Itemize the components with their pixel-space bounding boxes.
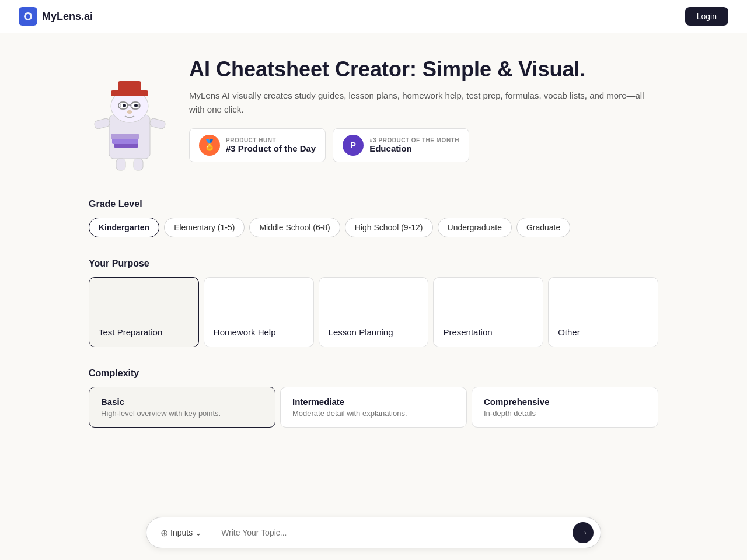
complexity-basic-title: Basic [101, 397, 263, 407]
grade-chip-kindergarten[interactable]: Kindergarten [89, 218, 159, 237]
grade-chip-middle[interactable]: Middle School (6-8) [249, 218, 340, 237]
purpose-homework-label: Homework Help [214, 327, 276, 337]
product-month-icon: P [343, 135, 364, 156]
hero-content: AI Cheatsheet Creator: Simple & Visual. … [189, 57, 658, 162]
inputs-label: Inputs [170, 528, 193, 537]
svg-point-9 [134, 104, 138, 107]
grade-level-chips: Kindergarten Elementary (1-5) Middle Sch… [89, 218, 658, 237]
main-content: Grade Level Kindergarten Elementary (1-5… [70, 199, 677, 428]
login-button[interactable]: Login [685, 7, 728, 26]
brand-link[interactable]: MyLens.ai [19, 7, 93, 26]
badge-product-month: P #3 PRODUCT OF THE MONTH Education [333, 128, 469, 162]
input-divider [214, 527, 214, 538]
svg-rect-18 [111, 134, 139, 139]
purpose-other-label: Other [558, 327, 580, 337]
complexity-card-comprehensive[interactable]: Comprehensive In-depth details [472, 387, 658, 428]
grade-chip-undergraduate[interactable]: Undergraduate [438, 218, 512, 237]
complexity-comprehensive-title: Comprehensive [484, 397, 646, 407]
grade-chip-high[interactable]: High School (9-12) [345, 218, 433, 237]
badges-row: 🏅 PRODUCT HUNT #3 Product of the Day P #… [189, 128, 658, 162]
complexity-comprehensive-desc: In-depth details [484, 409, 646, 418]
badge-hunt-main: #3 Product of the Day [226, 144, 316, 153]
svg-rect-20 [134, 159, 143, 170]
complexity-intermediate-desc: Moderate detail with explanations. [292, 409, 455, 418]
grade-chip-elementary[interactable]: Elementary (1-5) [164, 218, 245, 237]
purpose-cards-row: Test Preparation Homework Help Lesson Pl… [89, 277, 658, 347]
purpose-section: Your Purpose Test Preparation Homework H… [89, 258, 658, 347]
grade-chip-graduate[interactable]: Graduate [516, 218, 570, 237]
complexity-cards-row: Basic High-level overview with key point… [89, 387, 658, 428]
mascot-image [89, 57, 170, 173]
badge-hunt-top: PRODUCT HUNT [226, 137, 316, 144]
purpose-card-lesson[interactable]: Lesson Planning [319, 277, 429, 347]
purpose-test-prep-label: Test Preparation [99, 327, 162, 337]
input-bar-wrapper: ⊕ Inputs ⌄ → [0, 508, 747, 560]
svg-rect-19 [116, 159, 125, 170]
svg-point-13 [127, 110, 132, 114]
grade-level-section: Grade Level Kindergarten Elementary (1-5… [89, 199, 658, 237]
purpose-lesson-label: Lesson Planning [329, 327, 393, 337]
complexity-basic-desc: High-level overview with key points. [101, 409, 263, 418]
complexity-card-basic[interactable]: Basic High-level overview with key point… [89, 387, 275, 428]
complexity-intermediate-title: Intermediate [292, 397, 455, 407]
hero-title: AI Cheatsheet Creator: Simple & Visual. [189, 57, 658, 82]
input-bar: ⊕ Inputs ⌄ → [146, 517, 601, 548]
purpose-label: Your Purpose [89, 258, 658, 269]
inputs-button[interactable]: ⊕ Inputs ⌄ [156, 525, 207, 541]
purpose-card-homework[interactable]: Homework Help [204, 277, 314, 347]
arrow-right-icon: → [578, 527, 588, 539]
complexity-label: Complexity [89, 368, 658, 379]
svg-rect-15 [149, 118, 166, 130]
brand-name: MyLens.ai [42, 10, 93, 23]
svg-rect-5 [118, 81, 141, 92]
navbar: MyLens.ai Login [0, 0, 747, 33]
hero-section: AI Cheatsheet Creator: Simple & Visual. … [70, 57, 677, 176]
product-hunt-icon: 🏅 [199, 135, 220, 156]
svg-point-1 [26, 14, 30, 19]
complexity-section: Complexity Basic High-level overview wit… [89, 368, 658, 428]
plus-icon: ⊕ [160, 527, 168, 538]
purpose-card-presentation[interactable]: Presentation [433, 277, 543, 347]
chevron-down-icon: ⌄ [195, 528, 202, 537]
badge-month-main: Education [369, 144, 459, 153]
badge-product-hunt: 🏅 PRODUCT HUNT #3 Product of the Day [189, 128, 326, 162]
brand-icon [19, 7, 37, 26]
submit-button[interactable]: → [573, 522, 594, 543]
purpose-card-test-prep[interactable]: Test Preparation [89, 277, 199, 347]
topic-input[interactable] [221, 528, 568, 537]
hero-illustration [89, 57, 170, 176]
badge-hunt-text: PRODUCT HUNT #3 Product of the Day [226, 137, 316, 153]
badge-month-text: #3 PRODUCT OF THE MONTH Education [369, 137, 459, 153]
badge-month-top: #3 PRODUCT OF THE MONTH [369, 137, 459, 144]
purpose-card-other[interactable]: Other [548, 277, 658, 347]
grade-level-label: Grade Level [89, 199, 658, 209]
svg-point-8 [123, 104, 126, 107]
complexity-card-intermediate[interactable]: Intermediate Moderate detail with explan… [280, 387, 467, 428]
svg-rect-14 [94, 118, 111, 130]
hero-description: MyLens AI visually creates study guides,… [189, 89, 658, 117]
purpose-presentation-label: Presentation [443, 327, 492, 337]
